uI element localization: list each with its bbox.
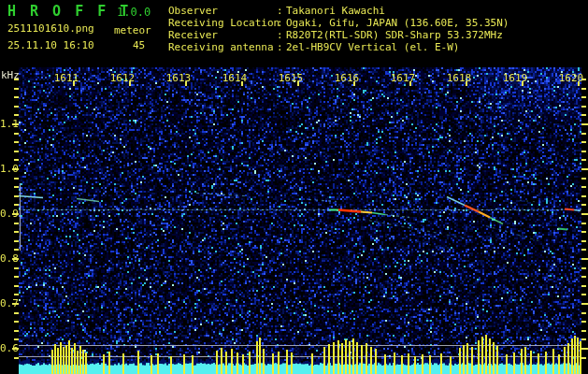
freq-axis-label: 0.7	[0, 297, 13, 309]
observer-label: Observer	[168, 5, 218, 17]
colon-separator: :	[277, 17, 283, 29]
time-axis-label: 1612	[108, 72, 137, 84]
freq-axis-label: 0.6	[0, 342, 13, 354]
hrofft-window: H R O F F T 1.0.0 2511101610.png meteor …	[0, 0, 588, 374]
receiving-location-value: Ogaki, Gifu, JAPAN (136.60E, 35.35N)	[286, 17, 509, 29]
app-title: H R O F F T	[7, 3, 131, 20]
receiver-label: Receiver	[168, 29, 218, 41]
time-axis-label: 1611	[51, 72, 81, 84]
output-filename: 2511101610.png	[7, 22, 94, 35]
time-axis-label: 1620	[556, 72, 586, 84]
time-axis-label: 1617	[388, 72, 418, 84]
app-version: 1.0.0	[117, 6, 151, 19]
receiving-location-label: Receiving Location	[168, 17, 280, 29]
meteor-count: 45	[133, 39, 145, 51]
receiving-antenna-label: Receiving antenna	[168, 41, 274, 53]
timestamp: 25.11.10 16:10	[7, 39, 94, 51]
time-axis-label: 1614	[220, 72, 250, 84]
time-axis-label: 1619	[500, 72, 530, 84]
observer-value: Takanori Kawachi	[286, 5, 385, 17]
freq-axis-unit: kHz	[1, 69, 20, 81]
time-axis-label: 1618	[444, 72, 474, 84]
freq-axis-label: 0.9	[0, 208, 13, 220]
freq-axis-label: 1.1	[0, 118, 13, 130]
freq-axis-label: 1.0	[0, 163, 13, 175]
time-axis-label: 1616	[332, 72, 362, 84]
receiving-antenna-value: 2el-HB9CV Vertical (el. E-W)	[286, 41, 459, 53]
spectrogram-canvas	[0, 0, 588, 374]
colon-separator: :	[277, 5, 283, 17]
freq-axis-label: 0.8	[0, 252, 13, 265]
time-axis-label: 1615	[276, 72, 306, 84]
colon-separator: :	[277, 41, 283, 53]
colon-separator: :	[277, 29, 283, 41]
mode-label: meteor	[114, 24, 151, 36]
receiver-value: R820T2(RTL-SDR) SDR-Sharp 53.372MHz	[286, 29, 503, 41]
time-axis-label: 1613	[164, 72, 194, 84]
